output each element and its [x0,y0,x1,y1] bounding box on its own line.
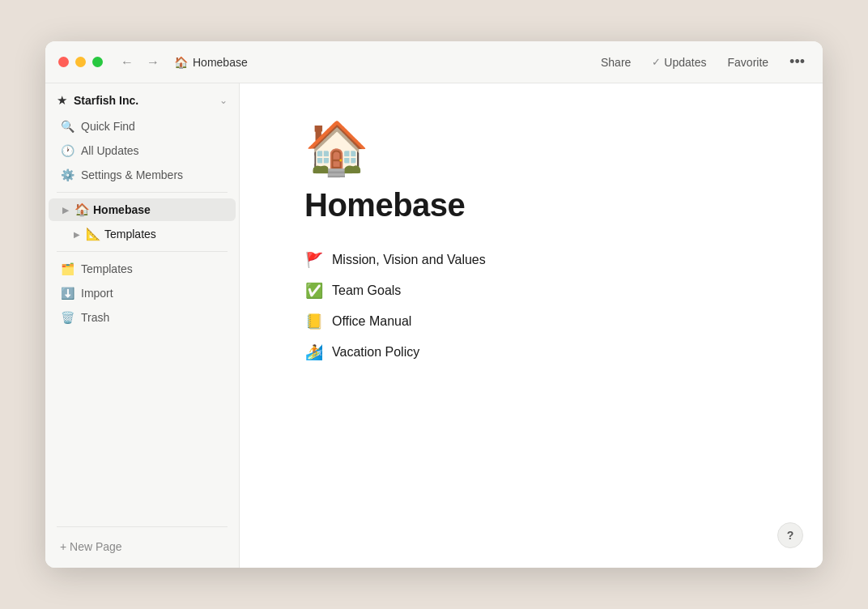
search-icon: 🔍 [60,120,74,133]
workspace-header[interactable]: ★ Starfish Inc. ⌄ [45,83,239,114]
minimize-button[interactable] [75,57,86,67]
list-item-label-vacation-policy: Vacation Policy [332,345,419,360]
sidebar-label-quick-find: Quick Find [81,120,224,133]
new-page-label: + New Page [60,540,122,553]
clock-icon: 🕐 [60,144,74,157]
list-item-label-mission: Mission, Vision and Values [332,253,486,267]
sidebar-item-quick-find[interactable]: 🔍 Quick Find [49,115,236,138]
close-button[interactable] [58,57,69,67]
sidebar-item-templates-sub[interactable]: ▶ 📐 Templates [49,223,236,245]
workspace-chevron-icon: ⌄ [219,95,228,106]
surfer-icon: 🏄 [304,343,324,361]
workspace-name: Starfish Inc. [74,94,213,107]
updates-label: Updates [664,56,706,69]
trash-icon: 🗑️ [60,311,74,324]
sidebar-label-templates-sub: Templates [104,228,156,241]
sidebar-item-all-updates[interactable]: 🕐 All Updates [49,139,236,162]
flag-icon: 🚩 [304,251,324,269]
content-page-emoji: 🏠 [304,122,758,174]
list-item-office-manual[interactable]: 📒 Office Manual [304,308,758,335]
titlebar-actions: Share ✓ Updates Favorite ••• [596,50,810,74]
tree-arrow-templates: ▶ [71,230,83,239]
updates-check-icon: ✓ [652,56,661,68]
sidebar-item-import[interactable]: ⬇️ Import [49,282,236,304]
list-item-vacation-policy[interactable]: 🏄 Vacation Policy [304,339,758,366]
page-list: 🚩 Mission, Vision and Values ✅ Team Goal… [304,246,758,366]
share-button[interactable]: Share [596,53,636,72]
notebook-icon: 📒 [304,313,324,330]
sidebar-label-homebase: Homebase [93,203,151,216]
checkbox-icon: ✅ [304,282,324,300]
help-button[interactable]: ? [777,522,803,548]
sidebar-label-templates: Templates [81,262,224,275]
sidebar-item-trash[interactable]: 🗑️ Trash [49,306,236,329]
forward-button[interactable]: → [142,52,164,73]
sidebar-label-import: Import [81,287,224,300]
nav-buttons: ← → [116,52,164,73]
sidebar-item-templates[interactable]: 🗂️ Templates [49,258,236,280]
sidebar-label-trash: Trash [81,311,224,324]
page-title: Homebase [304,187,758,224]
updates-button[interactable]: ✓ Updates [647,53,711,72]
more-button[interactable]: ••• [785,50,810,74]
maximize-button[interactable] [92,57,103,67]
help-label: ? [787,529,794,542]
app-window: ← → 🏠 Homebase Share ✓ Updates Favorite … [45,41,823,568]
templates-icon: 🗂️ [60,262,74,275]
sidebar: ★ Starfish Inc. ⌄ 🔍 Quick Find 🕐 All Upd… [45,83,240,568]
gear-icon: ⚙️ [60,168,74,181]
new-page-button[interactable]: + New Page [49,534,236,560]
titlebar-page-title: Homebase [193,56,248,69]
list-item-team-goals[interactable]: ✅ Team Goals [304,277,758,304]
sidebar-item-homebase[interactable]: ▶ 🏠 Homebase [49,198,236,221]
list-item-mission[interactable]: 🚩 Mission, Vision and Values [304,246,758,274]
list-item-label-office-manual: Office Manual [332,314,411,329]
breadcrumb: 🏠 Homebase [174,56,596,69]
titlebar-page-emoji: 🏠 [174,56,188,69]
tree-arrow-homebase: ▶ [60,206,71,215]
content-area: 🏠 Homebase 🚩 Mission, Vision and Values … [240,83,823,568]
sidebar-label-all-updates: All Updates [81,144,224,157]
back-button[interactable]: ← [116,52,138,73]
workspace-star-icon: ★ [57,93,67,108]
traffic-lights [58,57,103,67]
main-body: ★ Starfish Inc. ⌄ 🔍 Quick Find 🕐 All Upd… [45,83,823,568]
homebase-icon: 🏠 [74,202,90,217]
sidebar-label-settings: Settings & Members [81,168,224,181]
list-item-label-team-goals: Team Goals [332,283,401,298]
titlebar: ← → 🏠 Homebase Share ✓ Updates Favorite … [45,41,823,83]
templates-triangle-icon: 📐 [86,227,101,241]
page-icon-title: 🏠 Homebase [174,56,248,69]
sidebar-divider-1 [57,192,228,193]
favorite-button[interactable]: Favorite [723,53,774,72]
sidebar-divider-bottom [57,526,228,527]
import-icon: ⬇️ [60,287,74,300]
sidebar-divider-2 [57,251,228,252]
sidebar-item-settings[interactable]: ⚙️ Settings & Members [49,164,236,186]
